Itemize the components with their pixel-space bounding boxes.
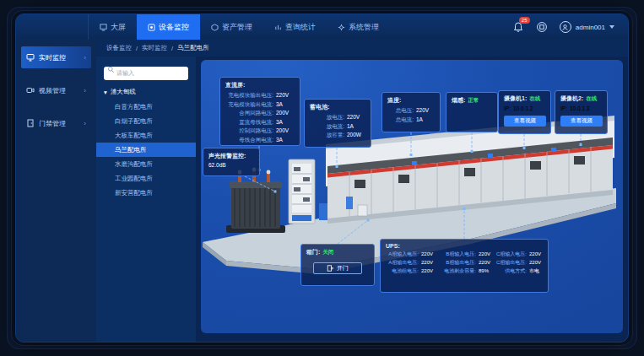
chevron-right-icon: › bbox=[84, 87, 86, 94]
tab-label: 资产管理 bbox=[222, 22, 252, 33]
tree-search bbox=[104, 63, 188, 80]
metric-label: C相输出电压: bbox=[496, 259, 527, 267]
tree-node[interactable]: 大板车配电所 bbox=[96, 128, 196, 143]
tree-node[interactable]: 水磨沟配电所 bbox=[96, 157, 196, 171]
metric-label: 充电模块输出电压: bbox=[228, 91, 273, 100]
tab-dashboard[interactable]: 大屏 bbox=[89, 14, 137, 40]
left-sidebar: 实时监控 › 视频管理 › 门禁管理 › bbox=[16, 40, 96, 342]
search-input[interactable] bbox=[104, 67, 188, 80]
sidebar-item-video-management[interactable]: 视频管理 › bbox=[21, 79, 91, 101]
metric-label: 母线合闸电流: bbox=[239, 136, 273, 145]
monitor-icon bbox=[26, 53, 35, 62]
dc-screen-panel: 直流屏: 充电模块输出电压:220V 充电模块输出电流:3A 合闸回路电压:20… bbox=[219, 77, 300, 146]
ip-label: IP: bbox=[504, 105, 511, 113]
chevron-right-icon: › bbox=[84, 54, 86, 62]
floor-device bbox=[319, 203, 327, 220]
camera-status: 在线 bbox=[586, 94, 597, 105]
ip-value: 10.0.1.3 bbox=[570, 105, 590, 113]
metric-value: 220V bbox=[421, 251, 440, 258]
open-door-button[interactable]: 开门 bbox=[313, 262, 362, 274]
metric-value: 3A bbox=[276, 136, 295, 145]
notifications-button[interactable]: 25 bbox=[512, 21, 524, 33]
panel-title: 温度: bbox=[387, 96, 435, 105]
user-menu[interactable]: admin001 bbox=[560, 21, 614, 33]
tab-device-monitoring[interactable]: 设备监控 bbox=[137, 14, 200, 40]
metric-label: 放电压: bbox=[327, 113, 344, 122]
metric-value: 3A bbox=[276, 100, 295, 110]
monitor-icon bbox=[148, 24, 155, 31]
metric-label: 电池组电压: bbox=[392, 267, 419, 275]
breadcrumb-separator: / bbox=[136, 45, 138, 52]
metric-value: 200V bbox=[276, 109, 295, 118]
ip-label: IP: bbox=[560, 105, 567, 113]
camera-status: 在线 bbox=[529, 94, 540, 105]
tree-node-selected[interactable]: 乌兰配电所 bbox=[96, 143, 196, 157]
fullscreen-button[interactable] bbox=[536, 21, 548, 33]
metric-label: B相输入电压: bbox=[446, 251, 476, 258]
sidebar-item-label: 实时监控 bbox=[39, 53, 66, 62]
metric-value: 220V bbox=[529, 259, 548, 267]
floor-device bbox=[346, 197, 353, 209]
view-video-button[interactable]: 查看视频 bbox=[560, 116, 603, 127]
box-icon bbox=[211, 24, 219, 31]
ip-value: 10.0.1.2 bbox=[513, 105, 533, 113]
sidebar-item-realtime-monitoring[interactable]: 实时监控 › bbox=[21, 46, 91, 68]
metric-value: 1A bbox=[416, 116, 435, 125]
panel-title: 烟感: bbox=[452, 96, 465, 105]
tree-parent-label: 浦大甸线 bbox=[111, 88, 136, 96]
camera1-panel: 摄像机1:在线 IP:10.0.1.2 查看视频 bbox=[498, 90, 551, 134]
tab-label: 查询统计 bbox=[285, 22, 316, 33]
chevron-right-icon: › bbox=[84, 120, 86, 127]
ups-metrics-grid: A相输入电压:220V B相输入电压:220V C相输入电压:220V A相输出… bbox=[386, 251, 543, 275]
tree-node[interactable]: 白烟子配电所 bbox=[96, 114, 196, 128]
tab-label: 大屏 bbox=[111, 22, 126, 33]
tab-system-management[interactable]: 系统管理 bbox=[327, 14, 390, 40]
tree-parent-node[interactable]: ▾ 浦大甸线 bbox=[96, 85, 196, 100]
sound-value: 62.0dB bbox=[208, 162, 254, 168]
metric-label: C相输入电压: bbox=[496, 251, 527, 258]
tab-asset-management[interactable]: 资产管理 bbox=[200, 14, 263, 40]
metric-value: 200W bbox=[347, 131, 365, 140]
fullscreen-icon bbox=[536, 21, 548, 33]
user-icon bbox=[561, 24, 569, 31]
panel-title: 摄像机1: bbox=[504, 94, 527, 103]
door-icon bbox=[26, 119, 35, 127]
metric-label: 充电模块输出电流: bbox=[228, 100, 273, 110]
notification-badge: 25 bbox=[519, 17, 530, 24]
gear-icon bbox=[338, 24, 345, 31]
sound-alarm-panel: 声光报警监控: 62.0dB bbox=[203, 148, 260, 176]
metric-value: 220V bbox=[479, 259, 497, 267]
screen-icon bbox=[100, 24, 107, 31]
tree-node[interactable]: 新安营配电所 bbox=[96, 186, 196, 200]
metric-label: 直流母线电流: bbox=[239, 118, 273, 127]
breadcrumb-item[interactable]: 实时监控 bbox=[142, 44, 167, 52]
metric-label: 电池剩余容量: bbox=[444, 267, 476, 275]
panel-title: 箱门: bbox=[306, 248, 320, 256]
metric-label: 供电方式: bbox=[505, 267, 527, 275]
metric-label: 总电流: bbox=[396, 116, 414, 125]
video-camera-icon bbox=[26, 86, 35, 94]
dashboard-stage: 大屏 设备监控 资产管理 查询统计 系统管理 25 bbox=[0, 0, 644, 356]
open-door-icon bbox=[327, 265, 333, 272]
view-video-button[interactable]: 查看视频 bbox=[504, 116, 546, 127]
door-status: 关闭 bbox=[322, 248, 333, 258]
panel-title: 蓄电池: bbox=[310, 103, 365, 111]
chart-icon bbox=[274, 24, 282, 31]
breadcrumb-item[interactable]: 设备监控 bbox=[106, 44, 132, 52]
tree-node[interactable]: 工业园配电所 bbox=[96, 171, 196, 186]
sidebar-item-label: 视频管理 bbox=[39, 86, 66, 95]
avatar bbox=[560, 21, 571, 33]
top-navbar: 大屏 设备监控 资产管理 查询统计 系统管理 25 bbox=[16, 14, 628, 40]
tree-node[interactable]: 白音方配电所 bbox=[96, 100, 196, 114]
battery-cabinet-model bbox=[289, 159, 315, 224]
panel-title: 声光报警监控: bbox=[208, 152, 254, 160]
navbar-right: 25 admin001 bbox=[512, 14, 628, 40]
metric-label: B相输出电压: bbox=[446, 259, 476, 267]
battery-panel: 蓄电池: 放电压:220V 放电流:1A 放容量:200W bbox=[304, 99, 371, 148]
tab-statistics[interactable]: 查询统计 bbox=[263, 14, 327, 40]
panel-title: UPS: bbox=[386, 243, 543, 249]
metric-value: 3A bbox=[276, 118, 295, 127]
sidebar-item-access-control[interactable]: 门禁管理 › bbox=[21, 112, 91, 134]
ups-panel: UPS: A相输入电压:220V B相输入电压:220V C相输入电压:220V… bbox=[380, 239, 549, 293]
app-screen: 大屏 设备监控 资产管理 查询统计 系统管理 25 bbox=[15, 13, 629, 343]
